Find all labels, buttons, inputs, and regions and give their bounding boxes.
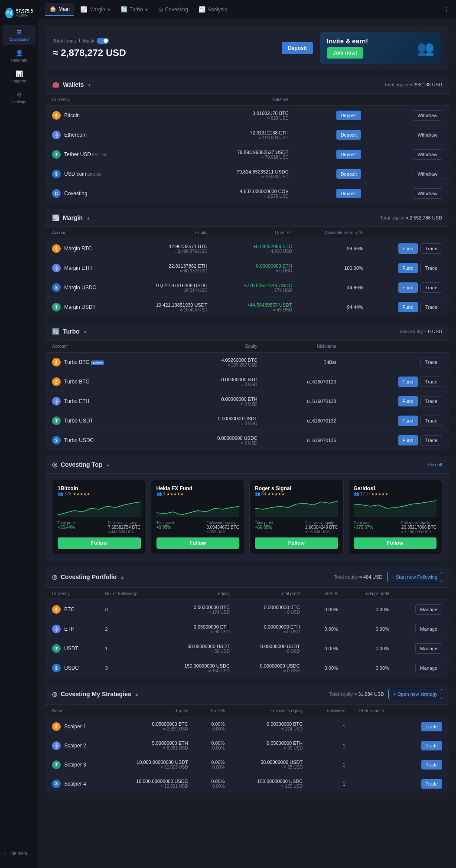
covesting-portfolio-chevron[interactable]: ▲: [120, 575, 124, 580]
follow-button[interactable]: Follow: [156, 537, 240, 549]
tab-margin[interactable]: 📈 Margin ▾: [76, 3, 114, 15]
coin-name: Tether USD ERC-20: [64, 151, 106, 157]
trade-button[interactable]: Trade: [420, 263, 442, 273]
margin-chevron[interactable]: ▲: [86, 216, 91, 220]
strategy-name: Scalper 1: [64, 724, 86, 730]
table-row: ₮ Tether USD ERC-20 79,893.96362627 USDT…: [45, 145, 449, 164]
coin-icon: ₮: [52, 303, 61, 311]
action-btns: Fund Trade: [377, 243, 442, 254]
manage-button[interactable]: Manage: [415, 604, 442, 615]
table-row: $ Margin USDC 10,512.97616408 USDC ≈ 10,…: [45, 278, 449, 298]
margin-equity: Total equity ≈ 2,552,786 USD: [380, 215, 442, 220]
withdraw-button[interactable]: Withdraw: [413, 169, 442, 179]
withdraw-button[interactable]: Withdraw: [413, 188, 442, 199]
trade-button[interactable]: Trade: [420, 243, 442, 254]
coin-icon: $: [52, 780, 61, 788]
trade-button[interactable]: Trade: [420, 302, 442, 312]
pl-value: +778.80531619 USDC: [221, 283, 292, 288]
followers-equity-usd: ≈ 1,180,009 USD: [401, 530, 436, 534]
fund-button[interactable]: Fund: [398, 263, 418, 273]
start-following-button[interactable]: + Start new Following: [387, 572, 442, 582]
fund-button[interactable]: Fund: [398, 416, 418, 426]
sidebar-item-settings[interactable]: ⚙ Settings: [3, 88, 36, 108]
btc-price: 57,979.5: [16, 9, 33, 13]
deposit-button[interactable]: Deposit: [336, 189, 361, 198]
total-profit-value: +0.95%: [156, 525, 175, 530]
cp-total-pct: 0.00%: [307, 639, 345, 658]
main-deposit-button[interactable]: Deposit: [282, 42, 313, 54]
manage-button[interactable]: Manage: [415, 624, 442, 634]
hide-menu-button[interactable]: ‹ Hide menu: [3, 848, 36, 859]
withdraw-button[interactable]: Withdraw: [413, 110, 442, 121]
trade-button[interactable]: Trade: [420, 377, 442, 387]
account-name: Margin USDT: [64, 304, 96, 310]
withdraw-button[interactable]: Withdraw: [413, 130, 442, 140]
cov-stats: Total profit +375.37% Followers' equity …: [354, 521, 437, 534]
menu-dots-icon[interactable]: ⋮: [444, 7, 449, 13]
strategy-trade-button[interactable]: Trade: [421, 779, 442, 789]
total-profit-value: +66.85%: [255, 525, 273, 530]
wallets-icon: 👛: [52, 81, 59, 88]
manage-button[interactable]: Manage: [415, 663, 442, 673]
strategy-trade-button[interactable]: Trade: [421, 760, 442, 770]
withdraw-button[interactable]: Withdraw: [413, 149, 442, 160]
followers-equity-usd: ≈ 96,538 USD: [305, 530, 338, 534]
tab-analysis[interactable]: 📉 Analysis: [194, 3, 231, 15]
deposit-button[interactable]: Deposit: [336, 169, 361, 179]
margin-tab-label: Margin: [89, 7, 105, 13]
fund-button[interactable]: Fund: [398, 396, 418, 406]
cp-equity: 0.00300000 BTC ≈ 174 USD: [160, 600, 237, 619]
tab-main[interactable]: 🏠 Main: [45, 3, 74, 16]
follow-button[interactable]: Follow: [255, 537, 338, 549]
sidebar-item-dashboard[interactable]: ⊞ Dashboard: [3, 25, 36, 45]
covesting-top-title: ◎ Covesting Top ▲: [52, 461, 110, 468]
strategy-trade-button[interactable]: Trade: [421, 722, 442, 731]
margin-col-equity: Equity: [124, 227, 214, 239]
strategy-equity: 10,000.00000000 USDT ≈ 10,003 USD: [108, 755, 195, 774]
margin-acct-cell: ₿ Margin BTC: [52, 244, 117, 253]
fund-button[interactable]: Fund: [398, 243, 418, 254]
fund-button[interactable]: Fund: [398, 377, 418, 387]
account-name: Turbo ETH: [64, 398, 89, 404]
see-all-button[interactable]: See all: [427, 462, 442, 467]
trade-button[interactable]: Trade: [420, 357, 442, 367]
deposit-button[interactable]: Deposit: [336, 130, 361, 140]
mask-label: Mask: [83, 38, 94, 43]
deposit-button[interactable]: Deposit: [336, 111, 361, 120]
fund-button[interactable]: Fund: [398, 302, 418, 312]
strategy-trade-button[interactable]: Trade: [421, 741, 442, 750]
deposit-button[interactable]: Deposit: [336, 150, 361, 159]
logo-icon: PX: [5, 8, 13, 18]
coin-icon-btc: ₿: [52, 111, 61, 120]
mask-toggle-switch[interactable]: [97, 38, 109, 44]
wallets-chevron[interactable]: ▲: [88, 82, 92, 87]
turbo-chevron[interactable]: ▲: [83, 329, 88, 334]
strategy-followers-equity: 0.05000000 ETH ≈ 90 USD: [231, 736, 309, 755]
trade-button[interactable]: Trade: [420, 396, 442, 406]
manage-button[interactable]: Manage: [415, 643, 442, 654]
fund-button[interactable]: Fund: [398, 435, 418, 445]
chart-svg: [156, 500, 240, 517]
fund-button[interactable]: Fund: [398, 282, 418, 293]
open-strategy-button[interactable]: + Open new strategy: [388, 689, 442, 699]
tab-turbo[interactable]: 🔄 Turbo ▾: [116, 3, 152, 15]
strategy-equity: 0.05000000 BTC ≈ 2,899 USD: [108, 717, 195, 736]
join-now-button[interactable]: Join now!: [327, 47, 363, 59]
covesting-strategies-chevron[interactable]: ▲: [135, 692, 139, 697]
covesting-portfolio-panel: ◎ Covesting Portfolio ▲ Total equity ≈ 4…: [45, 567, 449, 678]
follow-button[interactable]: Follow: [354, 537, 437, 549]
btc-change: +1.93%: [16, 13, 33, 17]
openpl-cell: +44.58439557 USDT ≈ 45 USD: [214, 298, 299, 317]
cp-total-profit: 0.00000000 USDC ≈ 0 USD: [237, 658, 307, 678]
trade-button[interactable]: Trade: [420, 282, 442, 293]
covesting-top-chevron[interactable]: ▲: [106, 462, 110, 467]
sidebar-item-reports[interactable]: 📊 Reports: [3, 67, 36, 87]
follow-button[interactable]: Follow: [58, 537, 141, 549]
trade-button[interactable]: Trade: [420, 435, 442, 445]
followers-equity-usd: ≈ 252 USD: [206, 530, 239, 534]
sidebar-item-referrals[interactable]: 👤 Referrals: [3, 46, 36, 66]
trade-button[interactable]: Trade: [420, 416, 442, 426]
tab-covesting[interactable]: ◎ Covesting: [154, 3, 192, 15]
star-rating: ★★★★★: [73, 492, 90, 496]
turbo-action-btns: Fund Trade: [350, 416, 442, 426]
